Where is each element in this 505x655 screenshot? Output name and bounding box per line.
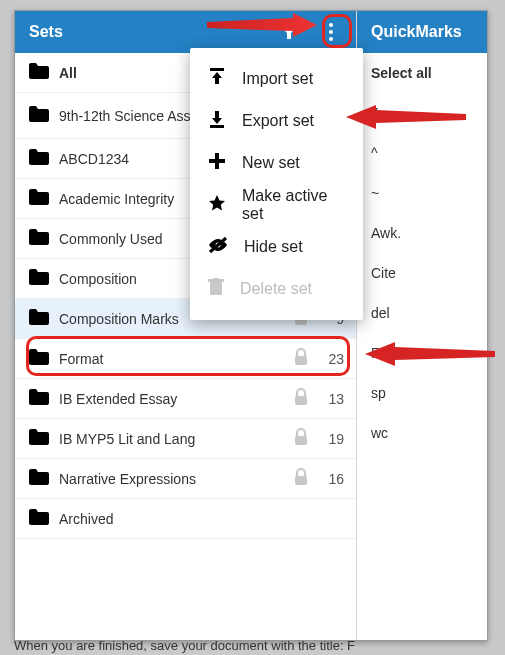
menu-label: Import set	[242, 70, 313, 88]
sets-item-count: 23	[318, 351, 344, 367]
svg-rect-8	[295, 436, 307, 445]
folder-icon	[29, 509, 49, 528]
sets-item-count: 16	[318, 471, 344, 487]
quickmark-item[interactable]: Awk.	[357, 213, 487, 253]
folder-icon	[29, 189, 49, 208]
quickmark-item[interactable]: ~	[357, 173, 487, 213]
svg-rect-12	[210, 125, 224, 128]
sets-item-label: Format	[59, 351, 284, 367]
menu-make-active-set[interactable]: Make active set	[190, 184, 363, 226]
svg-rect-19	[210, 282, 222, 295]
quickmark-item[interactable]: ^	[357, 133, 487, 173]
lock-icon	[294, 469, 308, 488]
svg-marker-11	[212, 72, 222, 84]
hide-icon	[208, 236, 228, 258]
folder-icon	[29, 309, 49, 328]
filter-icon[interactable]	[280, 25, 298, 39]
folder-icon	[29, 229, 49, 248]
lock-icon	[294, 349, 308, 368]
quickmarks-header: QuickMarks	[357, 11, 487, 53]
svg-marker-13	[212, 111, 222, 124]
select-all[interactable]: Select all	[357, 53, 487, 93]
quickmark-item[interactable]: R/O	[357, 333, 487, 373]
sets-item-count: 13	[318, 391, 344, 407]
quickmark-item[interactable]: Cite	[357, 253, 487, 293]
svg-rect-21	[213, 278, 219, 280]
sets-dropdown: Import set Export set New set Make activ…	[190, 48, 363, 320]
menu-import-set[interactable]: Import set	[190, 58, 363, 100]
menu-label: Export set	[242, 112, 314, 130]
trash-icon	[208, 278, 224, 300]
lock-icon	[294, 429, 308, 448]
svg-rect-7	[295, 396, 307, 405]
menu-label: Hide set	[244, 238, 303, 256]
menu-export-set[interactable]: Export set	[190, 100, 363, 142]
svg-point-1	[329, 23, 333, 27]
sets-item-label: IB MYP5 Lit and Lang	[59, 431, 284, 447]
folder-icon	[29, 149, 49, 168]
sets-item-label: Archived	[59, 511, 308, 527]
kebab-menu-icon[interactable]	[320, 21, 342, 43]
sets-title: Sets	[29, 23, 63, 41]
svg-rect-9	[295, 476, 307, 485]
svg-marker-16	[209, 195, 225, 211]
svg-point-2	[329, 30, 333, 34]
quickmark-item[interactable]: ¶	[357, 93, 487, 133]
svg-point-3	[329, 37, 333, 41]
quickmark-item[interactable]: wc	[357, 413, 487, 453]
svg-rect-6	[295, 356, 307, 365]
menu-new-set[interactable]: New set	[190, 142, 363, 184]
sets-list-item[interactable]: Archived	[15, 499, 356, 539]
sets-item-label: IB Extended Essay	[59, 391, 284, 407]
sets-header: Sets	[15, 11, 356, 53]
folder-icon	[29, 429, 49, 448]
menu-delete-set: Delete set	[190, 268, 363, 310]
quickmark-item[interactable]: del	[357, 293, 487, 333]
quickmarks-title: QuickMarks	[371, 23, 462, 41]
svg-rect-10	[210, 68, 224, 71]
sets-list-item[interactable]: IB Extended Essay13	[15, 379, 356, 419]
folder-icon	[29, 349, 49, 368]
folder-icon	[29, 389, 49, 408]
sets-item-label: Narrative Expressions	[59, 471, 284, 487]
sets-list-item[interactable]: Format23	[15, 339, 356, 379]
folder-icon	[29, 269, 49, 288]
folder-icon	[29, 63, 49, 82]
sets-item-count: 19	[318, 431, 344, 447]
folder-icon	[29, 469, 49, 488]
folder-icon	[29, 106, 49, 125]
svg-marker-0	[280, 25, 298, 39]
sets-list-item[interactable]: IB MYP5 Lit and Lang19	[15, 419, 356, 459]
lock-icon	[294, 389, 308, 408]
footer-text: When you are finished, save your documen…	[14, 638, 355, 653]
menu-hide-set[interactable]: Hide set	[190, 226, 363, 268]
svg-rect-15	[209, 159, 225, 163]
sets-list-item[interactable]: Narrative Expressions16	[15, 459, 356, 499]
menu-label: Make active set	[242, 187, 345, 223]
upload-icon	[208, 68, 226, 90]
star-icon	[208, 194, 226, 216]
plus-icon	[208, 152, 226, 174]
menu-label: Delete set	[240, 280, 312, 298]
quickmark-item[interactable]: sp	[357, 373, 487, 413]
quickmarks-list: Select all¶^~Awk.CitedelR/Ospwc	[357, 53, 487, 453]
menu-label: New set	[242, 154, 300, 172]
download-icon	[208, 110, 226, 132]
